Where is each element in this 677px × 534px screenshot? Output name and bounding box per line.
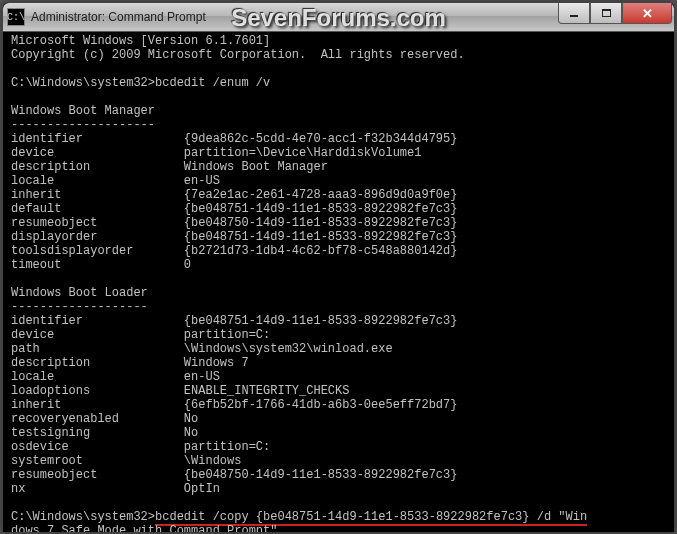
- close-button[interactable]: ✕: [622, 3, 672, 24]
- command-prompt-window: C:\ Administrator: Command Prompt SevenF…: [2, 2, 675, 532]
- minimize-button[interactable]: [558, 3, 590, 24]
- maximize-icon: [602, 9, 611, 17]
- cmd-icon: C:\: [7, 8, 25, 26]
- window-controls: ✕: [558, 3, 672, 23]
- maximize-button[interactable]: [590, 3, 622, 24]
- close-icon: ✕: [642, 7, 653, 20]
- terminal-output[interactable]: Microsoft Windows [Version 6.1.7601] Cop…: [3, 32, 674, 532]
- minimize-icon: [570, 15, 578, 17]
- window-title: Administrator: Command Prompt: [31, 10, 206, 24]
- watermark: SevenForums.com: [231, 4, 446, 32]
- titlebar[interactable]: C:\ Administrator: Command Prompt SevenF…: [3, 3, 674, 32]
